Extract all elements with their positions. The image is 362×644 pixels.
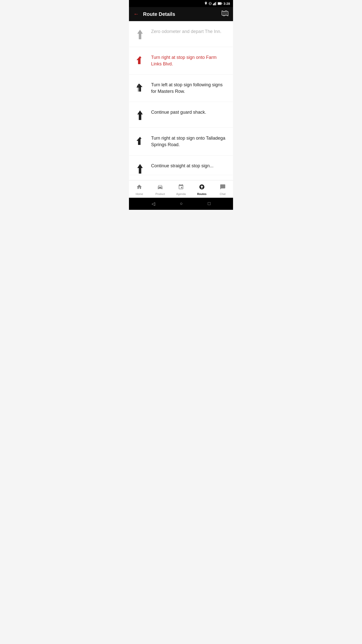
nav-item-routes[interactable]: Routes bbox=[191, 180, 212, 198]
android-home-btn[interactable]: ○ bbox=[180, 201, 183, 206]
step-2-icon bbox=[134, 55, 146, 66]
svg-rect-4 bbox=[214, 3, 215, 5]
status-bar: 3:28 bbox=[129, 0, 233, 7]
route-step-4: Continue past guard shack. bbox=[129, 102, 233, 128]
map-icon[interactable] bbox=[221, 10, 229, 18]
step-1-icon bbox=[134, 29, 146, 40]
nav-item-agenda[interactable]: Agenda bbox=[171, 180, 192, 198]
step-2-text: Turn right at stop sign onto Farm Links … bbox=[151, 54, 228, 67]
step-5-icon bbox=[134, 136, 146, 146]
agenda-label: Agenda bbox=[176, 192, 186, 195]
map-svg-icon bbox=[221, 10, 229, 16]
step-3-text: Turn left at stop sign following signs f… bbox=[151, 82, 228, 95]
product-label: Product bbox=[155, 192, 165, 195]
route-steps-list: Zero odometer and depart The Inn. Turn r… bbox=[129, 21, 233, 180]
svg-marker-10 bbox=[222, 11, 228, 16]
routes-icon bbox=[199, 184, 205, 191]
bottom-nav: Home Product Agenda Routes bbox=[129, 180, 233, 198]
nav-item-chat[interactable]: Chat bbox=[212, 180, 233, 198]
svg-marker-15 bbox=[137, 164, 143, 174]
step-4-text: Continue past guard shack. bbox=[151, 109, 228, 115]
step-1-text: Zero odometer and depart The Inn. bbox=[151, 28, 228, 35]
routes-label: Routes bbox=[197, 192, 206, 195]
step-6-text: Continue straight at stop sign... bbox=[151, 163, 228, 169]
chat-label: Chat bbox=[220, 192, 225, 195]
back-button[interactable]: ← bbox=[133, 11, 139, 17]
route-step-3: Turn left at stop sign following signs f… bbox=[129, 74, 233, 102]
app-header: ← Route Details bbox=[129, 7, 233, 21]
step-3-icon bbox=[134, 83, 146, 93]
agenda-icon bbox=[178, 184, 184, 191]
android-nav-bar: ◁ ○ □ bbox=[129, 198, 233, 210]
status-icons: 3:28 bbox=[204, 2, 230, 6]
svg-rect-2 bbox=[211, 3, 211, 4]
svg-rect-5 bbox=[215, 2, 216, 5]
svg-marker-14 bbox=[137, 110, 143, 120]
location-icon bbox=[204, 2, 207, 5]
svg-rect-0 bbox=[209, 2, 211, 5]
step-6-icon bbox=[134, 164, 146, 174]
svg-marker-13 bbox=[137, 30, 143, 39]
home-icon bbox=[136, 184, 142, 191]
home-label: Home bbox=[136, 192, 143, 195]
step-5-text: Turn right at stop sign onto Talladega S… bbox=[151, 135, 228, 148]
svg-rect-1 bbox=[209, 3, 209, 4]
nav-item-product[interactable]: Product bbox=[150, 180, 171, 198]
page-title: Route Details bbox=[143, 11, 221, 17]
step-4-icon bbox=[134, 110, 146, 120]
product-icon bbox=[157, 184, 163, 191]
route-step-6: Continue straight at stop sign... bbox=[129, 155, 233, 175]
status-time: 3:28 bbox=[223, 2, 230, 6]
battery-icon bbox=[218, 2, 222, 5]
svg-rect-3 bbox=[213, 4, 214, 5]
route-step-5: Turn right at stop sign onto Talladega S… bbox=[129, 128, 233, 155]
svg-rect-9 bbox=[221, 3, 222, 4]
chat-icon bbox=[220, 184, 226, 191]
signal-icon bbox=[213, 2, 216, 5]
nav-item-home[interactable]: Home bbox=[129, 180, 150, 198]
android-back-btn[interactable]: ◁ bbox=[152, 201, 155, 207]
route-step-2: Turn right at stop sign onto Farm Links … bbox=[129, 47, 233, 74]
svg-rect-8 bbox=[218, 3, 221, 5]
svg-rect-6 bbox=[216, 2, 216, 5]
vibrate-icon bbox=[209, 2, 212, 5]
android-recents-btn[interactable]: □ bbox=[208, 201, 210, 206]
route-step-1: Zero odometer and depart The Inn. bbox=[129, 21, 233, 47]
